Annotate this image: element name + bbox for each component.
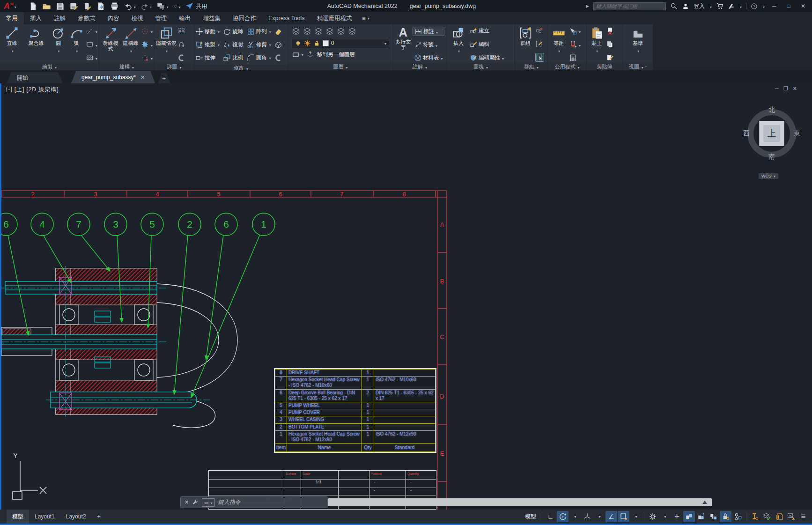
power-snap-caret-icon[interactable]	[578, 40, 581, 49]
calculator-button[interactable]	[569, 54, 581, 62]
panel-view-caret-icon[interactable]	[641, 64, 643, 70]
ray-mode-button[interactable]: 射線模式	[101, 25, 120, 63]
wcs-caret-icon[interactable]	[773, 174, 775, 178]
bom-button[interactable]: 材料表	[413, 53, 444, 62]
layer-isolate-icon[interactable]	[314, 27, 323, 36]
table-row[interactable]: 8DRIVE SHAFT1	[275, 370, 436, 377]
lock-ui-icon[interactable]	[720, 511, 731, 522]
panel-annotate-caret-icon[interactable]	[424, 64, 427, 70]
tab-parametric[interactable]: 參數式	[72, 12, 102, 24]
minimize-button[interactable]: ─	[769, 3, 779, 9]
search-expand-icon[interactable]: ▶	[586, 4, 589, 8]
maximize-button[interactable]: □	[783, 3, 794, 9]
hatch-caret-icon[interactable]	[95, 53, 97, 62]
insert-block-button[interactable]: 插入	[448, 25, 469, 63]
erase-button[interactable]	[274, 25, 287, 37]
section-view-button[interactable]	[177, 27, 185, 35]
scale-button[interactable]: 比例	[223, 52, 243, 64]
app-store-cart-icon[interactable]	[716, 2, 723, 10]
ungroup-button[interactable]	[535, 27, 544, 35]
panel-layers-label-bar[interactable]: 圖層	[288, 63, 393, 70]
close-button[interactable]: ✕	[798, 3, 808, 9]
move-to-layer-icon[interactable]	[306, 51, 314, 59]
edit-attributes-button[interactable]: 編輯屬性	[470, 53, 504, 62]
panel-annotate-label-bar[interactable]: 註解	[393, 63, 446, 70]
hide-situation-caret-icon[interactable]	[165, 46, 168, 54]
symbol-button[interactable]: 符號	[413, 41, 444, 49]
pump-assembly-section[interactable]	[1, 266, 237, 428]
line-button[interactable]: 直線	[1, 25, 22, 63]
panel-block-label-bar[interactable]: 圖塊	[447, 63, 515, 70]
tab-output[interactable]: 輸出	[173, 12, 197, 24]
layer-selector[interactable]: 0	[292, 38, 389, 48]
viewcube-north[interactable]: 北	[768, 106, 775, 114]
layer-thaw-sun-icon[interactable]	[304, 40, 311, 47]
construction-line-caret-icon[interactable]	[129, 46, 132, 54]
arc-button[interactable]: 弧	[68, 25, 85, 63]
panel-construction-label-bar[interactable]: 建構	[99, 63, 154, 70]
scrollbar-arrow-icon[interactable]	[702, 501, 707, 504]
panel-group-caret-icon[interactable]	[536, 64, 539, 70]
trim-button[interactable]: 修剪	[247, 38, 271, 51]
drawing-canvas[interactable]: [-] [上] [2D 線架構] ─ ❐ ✕ 2 3 4 5 6 7 8 A B	[0, 83, 812, 510]
block-create-button[interactable]: 建立	[470, 27, 504, 35]
array-button[interactable]: 陣列	[247, 25, 271, 37]
help-caret-icon[interactable]	[762, 2, 765, 10]
layer-unisolate-icon[interactable]	[325, 27, 334, 36]
annotation-visibility-icon[interactable]	[695, 511, 707, 522]
save-to-web-mobile-button[interactable]	[83, 2, 92, 11]
graphics-performance-icon[interactable]	[785, 511, 797, 522]
file-tab-drawing[interactable]: gear_pump_subassy*✕	[71, 71, 155, 83]
table-row[interactable]: 5PUMP WHEEL1	[275, 402, 436, 409]
tab-manage[interactable]: 管理	[149, 12, 173, 24]
redo-caret-icon[interactable]	[150, 2, 152, 10]
tab-content[interactable]: 內容	[102, 12, 125, 24]
customization-gear-icon[interactable]	[647, 511, 658, 522]
ribbon-collapse-button[interactable]: ▣	[362, 12, 370, 24]
copy-caret-icon[interactable]	[217, 42, 220, 47]
fillet-button[interactable]: 圓角	[247, 52, 271, 64]
tab-annotate[interactable]: 註解	[48, 12, 72, 24]
group-selection-toggle[interactable]	[535, 53, 544, 62]
new-file-button[interactable]	[29, 2, 37, 11]
table-row[interactable]: 3WHEEL CASING1	[275, 416, 436, 423]
rectangle-button[interactable]	[86, 40, 97, 49]
layer-off-icon[interactable]	[348, 27, 356, 36]
layer-unlock-icon[interactable]	[313, 40, 320, 47]
tab-express-tools[interactable]: Express Tools	[262, 12, 311, 24]
qat-caret-icon[interactable]	[177, 2, 180, 10]
panel-detail-label-bar[interactable]: 詳圖	[155, 63, 194, 70]
divider-line-button[interactable]	[86, 27, 97, 35]
panel-group-label-bar[interactable]: 群組	[515, 63, 547, 70]
table-row[interactable]: 7Hexagon Socket Head Cap Screw - ISO 476…	[275, 377, 436, 389]
command-close-icon[interactable]: ✕	[185, 499, 189, 505]
parts-list-table[interactable]: 8DRIVE SHAFT1 7Hexagon Socket Head Cap S…	[274, 368, 436, 453]
base-view-button[interactable]: 基準	[627, 25, 649, 63]
command-recent-caret-icon[interactable]	[210, 499, 213, 506]
isometric-drafting-icon[interactable]	[581, 511, 593, 522]
command-line[interactable]: ✕ ▭ 鍵入指令	[180, 496, 328, 508]
open-from-web-mobile-button[interactable]	[96, 2, 105, 11]
move-caret-icon[interactable]	[217, 29, 220, 34]
user-icon[interactable]	[682, 2, 689, 10]
panel-view-label-bar[interactable]: 視圖⌐	[623, 63, 653, 70]
panel-layers-caret-icon[interactable]	[345, 64, 347, 70]
auto-construction-button[interactable]	[141, 40, 153, 49]
erase-construction-caret-icon[interactable]	[150, 53, 153, 62]
layer-color-swatch[interactable]	[323, 40, 329, 46]
tab-view[interactable]: 檢視	[125, 12, 149, 24]
layer-properties-icon[interactable]	[292, 27, 300, 36]
help-icon[interactable]	[751, 3, 758, 10]
polyline-button[interactable]: 聚合線	[23, 25, 48, 63]
stretch-button[interactable]: 拉伸	[195, 52, 220, 64]
file-tab-close-icon[interactable]: ✕	[140, 74, 145, 81]
hide-situation-button[interactable]: 隱藏情況	[156, 25, 177, 63]
model-paper-toggle[interactable]: 模型	[522, 511, 539, 522]
panel-detail-caret-icon[interactable]	[178, 64, 181, 70]
rectangle-caret-icon[interactable]	[95, 40, 97, 49]
layout-tab-layout1[interactable]: Layout1	[29, 510, 60, 524]
viewcube-top-face[interactable]: 上	[759, 121, 784, 146]
viewcube-west[interactable]: 西	[743, 129, 750, 138]
layer-on-bulb-icon[interactable]	[295, 40, 302, 47]
erase-construction-button[interactable]	[141, 53, 153, 62]
